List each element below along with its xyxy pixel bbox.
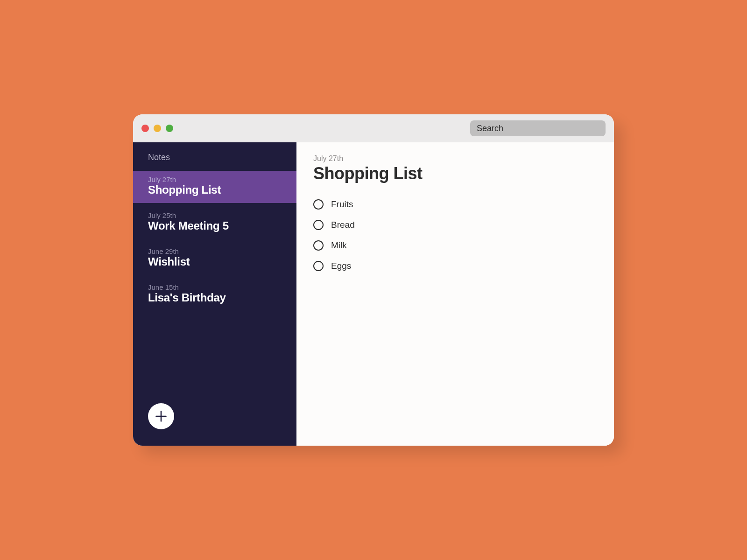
note-content: July 27th Shopping List Fruits Bread Mil… — [296, 142, 614, 446]
add-note-button[interactable] — [148, 403, 174, 429]
note-item-date: July 27th — [148, 175, 282, 183]
note-item-shopping-list[interactable]: July 27th Shopping List — [133, 171, 296, 203]
check-item: Fruits — [313, 199, 597, 210]
sidebar-header: Notes — [133, 142, 296, 171]
note-item-wishlist[interactable]: June 29th Wishlist — [133, 243, 296, 275]
check-item-label: Milk — [331, 240, 347, 251]
checkbox-circle-icon[interactable] — [313, 240, 324, 251]
zoom-window-icon[interactable] — [166, 125, 173, 132]
search-input[interactable] — [470, 120, 606, 136]
app-window: Notes July 27th Shopping List July 25th … — [133, 114, 614, 446]
app-body: Notes July 27th Shopping List July 25th … — [133, 142, 614, 446]
titlebar — [133, 114, 614, 142]
checkbox-circle-icon[interactable] — [313, 199, 324, 210]
note-item-title: Work Meeting 5 — [148, 219, 282, 232]
checklist: Fruits Bread Milk Eggs — [313, 199, 597, 271]
check-item: Bread — [313, 220, 597, 230]
check-item: Eggs — [313, 261, 597, 271]
note-item-work-meeting-5[interactable]: July 25th Work Meeting 5 — [133, 207, 296, 239]
check-item-label: Fruits — [331, 199, 353, 210]
minimize-window-icon[interactable] — [154, 125, 161, 132]
plus-icon — [155, 410, 168, 423]
note-item-title: Shopping List — [148, 183, 282, 196]
note-item-date: June 15th — [148, 283, 282, 291]
sidebar: Notes July 27th Shopping List July 25th … — [133, 142, 296, 446]
checkbox-circle-icon[interactable] — [313, 261, 324, 271]
check-item-label: Bread — [331, 220, 355, 230]
check-item: Milk — [313, 240, 597, 251]
note-item-date: June 29th — [148, 247, 282, 255]
check-item-label: Eggs — [331, 261, 351, 271]
content-date: July 27th — [313, 154, 597, 163]
note-item-title: Wishlist — [148, 255, 282, 268]
note-item-title: Lisa's Birthday — [148, 291, 282, 304]
checkbox-circle-icon[interactable] — [313, 220, 324, 230]
close-window-icon[interactable] — [141, 125, 149, 132]
note-item-lisas-birthday[interactable]: June 15th Lisa's Birthday — [133, 279, 296, 311]
traffic-lights — [141, 125, 173, 132]
content-title: Shopping List — [313, 164, 597, 183]
note-item-date: July 25th — [148, 211, 282, 219]
